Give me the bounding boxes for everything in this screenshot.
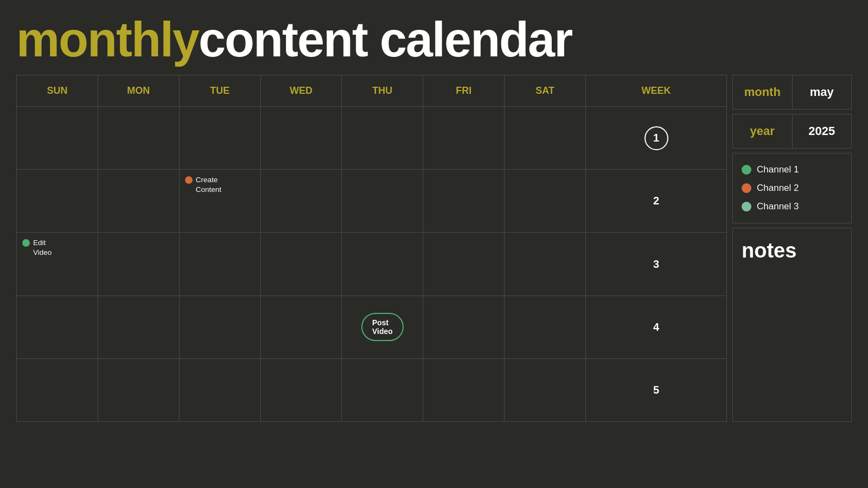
month-value: may (793, 75, 852, 109)
event-create-content[interactable]: CreateContent (185, 175, 221, 194)
title-rest: content calendar (199, 12, 572, 67)
event-label: CreateContent (196, 175, 221, 194)
month-box: month may (732, 75, 852, 110)
calendar-body: CreateContent EditVideo (17, 107, 585, 421)
calendar-cell[interactable] (342, 233, 423, 295)
calendar-cell-post-video[interactable]: Post Video (342, 296, 423, 358)
calendar-cell[interactable] (423, 107, 505, 169)
calendar-cell[interactable] (505, 296, 585, 358)
week-circle-1: 1 (644, 126, 668, 150)
calendar-cell[interactable]: EditVideo (17, 233, 98, 295)
calendar-week-row (17, 359, 585, 421)
event-label: EditVideo (33, 238, 52, 257)
event-edit-video[interactable]: EditVideo (22, 238, 52, 257)
year-value: 2025 (793, 114, 852, 148)
channel2-label: Channel 2 (757, 183, 799, 194)
calendar-cell[interactable] (98, 296, 180, 358)
channel1-legend-dot (742, 165, 751, 175)
year-label: year (733, 114, 793, 148)
calendar-cell[interactable] (342, 107, 423, 169)
calendar-cell[interactable] (98, 107, 180, 169)
week-3: 3 (586, 233, 726, 296)
calendar-week-row: Post Video (17, 296, 585, 359)
channel1-label: Channel 1 (757, 164, 799, 175)
calendar-cell[interactable] (180, 107, 261, 169)
week-4: 4 (586, 296, 726, 359)
calendar-cell[interactable] (180, 296, 261, 358)
channel3-legend-dot (742, 202, 751, 211)
channel2-legend-dot (742, 183, 751, 193)
right-panel: month may year 2025 Channel 1 Channel 2 … (732, 75, 852, 422)
channel-2-item: Channel 2 (742, 183, 843, 194)
calendar-cell[interactable] (342, 359, 423, 421)
calendar-cell[interactable] (17, 107, 98, 169)
day-tue: TUE (180, 75, 261, 106)
calendar-week-row: CreateContent (17, 170, 585, 233)
day-thu: THU (342, 75, 423, 106)
calendar-cell[interactable] (423, 296, 505, 358)
channels-box: Channel 1 Channel 2 Channel 3 (732, 153, 852, 223)
calendar-cell[interactable] (98, 233, 180, 295)
calendar-cell[interactable] (505, 107, 585, 169)
calendar-cell[interactable] (17, 296, 98, 358)
calendar-cell[interactable]: CreateContent (180, 170, 261, 232)
notes-box[interactable]: notes (732, 228, 852, 422)
channel3-label: Channel 3 (757, 201, 799, 212)
calendar-cell[interactable] (261, 233, 342, 295)
calendar-cell[interactable] (261, 107, 342, 169)
channel-3-item: Channel 3 (742, 201, 843, 212)
calendar-cell[interactable] (505, 359, 585, 421)
channel-1-item: Channel 1 (742, 164, 843, 175)
week-1: 1 (586, 107, 726, 170)
channel1-dot (22, 239, 30, 247)
calendar-cell[interactable] (17, 170, 98, 232)
page-title: monthlycontent calendar (0, 0, 868, 75)
calendar: SUN MON TUE WED THU FRI SAT (16, 75, 586, 422)
calendar-cell[interactable] (505, 170, 585, 232)
calendar-cell[interactable] (180, 233, 261, 295)
year-box: year 2025 (732, 114, 852, 149)
day-fri: FRI (423, 75, 505, 106)
calendar-week-row: EditVideo (17, 233, 585, 296)
day-sat: SAT (505, 75, 585, 106)
calendar-cell[interactable] (98, 359, 180, 421)
calendar-cell[interactable] (180, 359, 261, 421)
calendar-cell[interactable] (261, 170, 342, 232)
calendar-cell[interactable] (261, 296, 342, 358)
calendar-week-row (17, 107, 585, 170)
calendar-cell[interactable] (505, 233, 585, 295)
notes-label: notes (742, 239, 796, 262)
calendar-cell[interactable] (423, 170, 505, 232)
calendar-cell[interactable] (423, 359, 505, 421)
day-sun: SUN (17, 75, 98, 106)
title-monthly: monthly (16, 12, 199, 67)
calendar-cell[interactable] (261, 359, 342, 421)
week-sidebar: WEEK 1 2 3 4 5 (586, 75, 727, 422)
week-2: 2 (586, 170, 726, 233)
day-mon: MON (98, 75, 180, 106)
main-area: SUN MON TUE WED THU FRI SAT (0, 75, 868, 422)
channel2-dot (185, 176, 193, 184)
week-5: 5 (586, 359, 726, 421)
day-wed: WED (261, 75, 342, 106)
calendar-cell[interactable] (17, 359, 98, 421)
calendar-cell[interactable] (423, 233, 505, 295)
month-label: month (733, 75, 793, 109)
calendar-cell[interactable] (342, 170, 423, 232)
calendar-header: SUN MON TUE WED THU FRI SAT (17, 75, 585, 107)
week-header: WEEK (586, 75, 726, 107)
event-post-video[interactable]: Post Video (361, 313, 404, 341)
calendar-cell[interactable] (98, 170, 180, 232)
